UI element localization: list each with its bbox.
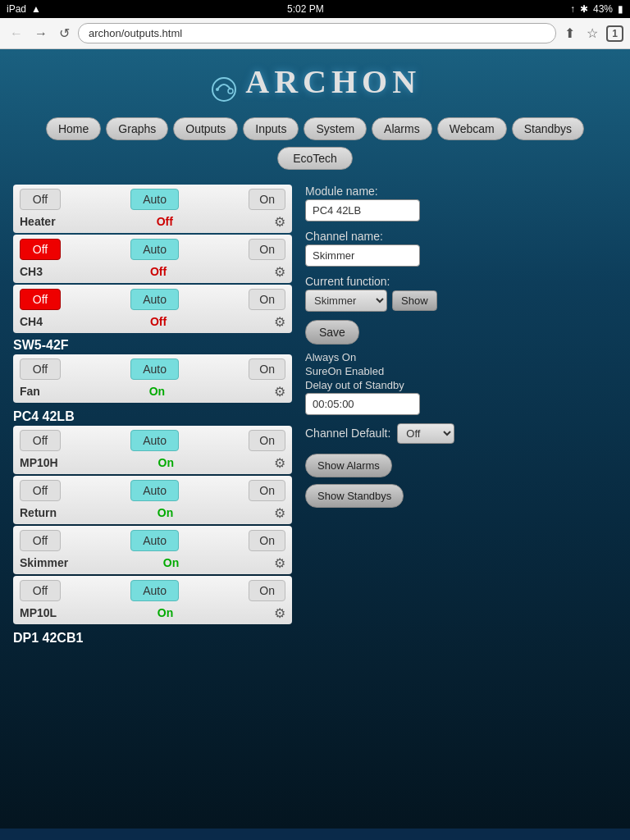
delay-input[interactable] (305, 393, 420, 415)
fan-status: On (149, 385, 165, 398)
ipad-label: iPad (7, 3, 26, 15)
fan-gear-icon[interactable]: ⚙ (274, 384, 285, 399)
heater-controls: Off Auto On (20, 186, 285, 212)
mp10h-off-button[interactable]: Off (20, 430, 61, 451)
fan-row: Off Auto On Fan On ⚙ (13, 354, 292, 403)
mp10h-row: Off Auto On MP10H On ⚙ (13, 426, 292, 474)
fan-info: Fan On ⚙ (20, 382, 285, 401)
ch4-off-button[interactable]: Off (20, 289, 61, 310)
current-function-label: Current function: (305, 275, 617, 288)
mp10h-controls: Off Auto On (20, 427, 285, 454)
sw5-module: SW5-42F Off Auto On Fan On ⚙ (13, 335, 292, 403)
ch4-info: CH4 Off ⚙ (20, 313, 285, 331)
mp10h-status: On (158, 456, 174, 469)
nav-graphs[interactable]: Graphs (106, 117, 168, 140)
return-on-button[interactable]: On (249, 480, 285, 501)
heater-off-button[interactable]: Off (20, 189, 61, 210)
skimmer-row: Off Auto On Skimmer On ⚙ (13, 526, 292, 574)
heater-gear-icon[interactable]: ⚙ (274, 214, 285, 230)
skimmer-gear-icon[interactable]: ⚙ (274, 555, 285, 571)
channel-name-label: Channel name: (305, 230, 617, 243)
mp10h-label: MP10H (20, 456, 58, 469)
mp10h-info: MP10H On ⚙ (20, 454, 285, 472)
mp10h-on-button[interactable]: On (249, 430, 285, 451)
module-name-input[interactable] (305, 199, 420, 221)
svg-point-1 (216, 88, 219, 91)
ch3-gear-icon[interactable]: ⚙ (274, 264, 285, 280)
return-gear-icon[interactable]: ⚙ (274, 505, 285, 521)
return-off-button[interactable]: Off (20, 480, 61, 501)
mp10h-gear-icon[interactable]: ⚙ (274, 455, 285, 471)
mp10l-gear-icon[interactable]: ⚙ (274, 605, 285, 621)
heater-on-button[interactable]: On (249, 189, 285, 210)
nav-system[interactable]: System (304, 117, 367, 140)
logo-icon (209, 75, 239, 104)
nav-webcam[interactable]: Webcam (437, 117, 507, 140)
ch3-info: CH3 Off ⚙ (20, 262, 285, 281)
nav-outputs[interactable]: Outputs (173, 117, 238, 140)
channel-name-input[interactable] (305, 244, 420, 267)
share-button[interactable]: ⬆ (561, 24, 578, 43)
ch3-status: Off (150, 265, 167, 278)
return-auto-button[interactable]: Auto (130, 480, 179, 501)
fan-controls: Off Auto On (20, 356, 285, 382)
ch4-on-button[interactable]: On (249, 289, 285, 310)
skimmer-off-button[interactable]: Off (20, 530, 61, 551)
nav-standbys[interactable]: Standbys (512, 117, 584, 140)
mp10h-auto-button[interactable]: Auto (130, 430, 179, 451)
logo-area: ARCHON (0, 49, 630, 111)
back-button[interactable]: ← (7, 25, 26, 43)
ch4-controls: Off Auto On (20, 286, 285, 313)
ch3-controls: Off Auto On (20, 236, 285, 262)
ch3-on-button[interactable]: On (249, 239, 285, 260)
mp10l-row: Off Auto On MP10L On ⚙ (13, 576, 292, 624)
mp10l-status: On (158, 606, 173, 619)
always-on-label: Always On (305, 351, 617, 363)
fan-on-button[interactable]: On (249, 358, 285, 380)
ch3-auto-button[interactable]: Auto (130, 239, 179, 260)
fan-off-button[interactable]: Off (20, 358, 61, 380)
logo-text: ARCHON (245, 63, 421, 100)
tab-count[interactable]: 1 (606, 25, 623, 42)
mp10l-off-button[interactable]: Off (20, 580, 61, 601)
battery-icon: ▮ (618, 3, 623, 15)
return-status: On (158, 506, 173, 519)
heater-row: Off Auto On Heater Off ⚙ (13, 185, 292, 233)
dp1-module: DP1 42CB1 (13, 628, 292, 647)
fan-label: Fan (20, 385, 40, 398)
address-bar[interactable] (78, 23, 556, 43)
return-info: Return On ⚙ (20, 504, 285, 523)
mp10l-auto-button[interactable]: Auto (130, 580, 179, 601)
refresh-button[interactable]: ↺ (56, 24, 73, 43)
sw5-module-name: SW5-42F (13, 335, 292, 354)
module-name-label: Module name: (305, 185, 617, 198)
nav-inputs[interactable]: Inputs (243, 117, 299, 140)
mp10l-on-button[interactable]: On (249, 580, 285, 601)
function-select[interactable]: Skimmer (305, 290, 387, 312)
channel-default-select[interactable]: Off On Auto (397, 423, 454, 444)
time-display: 5:02 PM (287, 3, 324, 15)
show-standbys-button[interactable]: Show Standbys (305, 484, 404, 508)
heater-auto-button[interactable]: Auto (130, 189, 179, 210)
save-button[interactable]: Save (305, 320, 359, 345)
fan-auto-button[interactable]: Auto (130, 358, 179, 380)
ecotech-button[interactable]: EcoTech (277, 147, 353, 170)
function-row: Skimmer Show (305, 290, 617, 312)
nav-bar: Home Graphs Outputs Inputs System Alarms… (0, 111, 630, 147)
forward-button[interactable]: → (31, 25, 51, 43)
nav-home[interactable]: Home (46, 117, 101, 140)
skimmer-label: Skimmer (20, 556, 68, 569)
skimmer-auto-button[interactable]: Auto (130, 530, 179, 551)
mp10l-controls: Off Auto On (20, 578, 285, 604)
bookmark-button[interactable]: ☆ (583, 24, 601, 43)
outputs-panel: Off Auto On Heater Off ⚙ Off Auto On (13, 185, 292, 651)
ch4-auto-button[interactable]: Auto (130, 289, 179, 310)
show-alarms-button[interactable]: Show Alarms (305, 454, 392, 477)
ch4-gear-icon[interactable]: ⚙ (274, 314, 285, 330)
show-function-button[interactable]: Show (392, 290, 437, 311)
ch3-off-button[interactable]: Off (20, 239, 61, 260)
heater-info: Heater Off ⚙ (20, 212, 285, 231)
browser-toolbar: ← → ↺ ⬆ ☆ 1 (0, 18, 630, 48)
skimmer-on-button[interactable]: On (249, 530, 285, 551)
nav-alarms[interactable]: Alarms (372, 117, 432, 140)
